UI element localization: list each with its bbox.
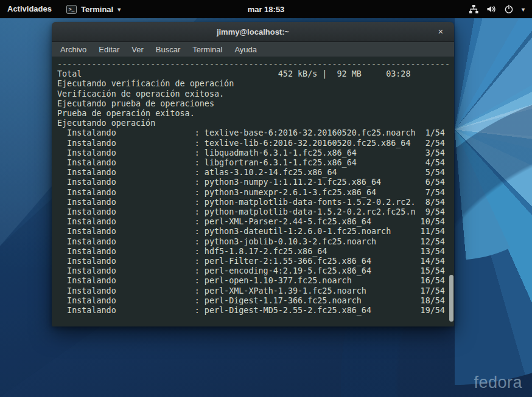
activities-button[interactable]: Actividades — [0, 0, 60, 18]
terminal-app-icon: >_ — [66, 5, 77, 14]
terminal-line: Instalando : perl-XML-XPath-1.39-1.fc25.… — [57, 286, 454, 296]
terminal-line: Ejecutando verificación de operación — [57, 79, 454, 89]
menu-item[interactable]: Ver — [125, 43, 150, 56]
terminal-line: Instalando : perl-XML-Parser-2.44-5.fc25… — [57, 217, 454, 227]
terminal-line: ----------------------------------------… — [57, 60, 454, 69]
window-title: jimmy@localhost:~ — [217, 27, 289, 36]
terminal-content[interactable]: ----------------------------------------… — [52, 57, 454, 326]
network-icon — [469, 4, 478, 14]
terminal-line: Instalando : perl-Digest-1.17-366.fc25.n… — [57, 296, 454, 306]
close-button[interactable]: × — [435, 26, 447, 38]
window-titlebar[interactable]: jimmy@localhost:~ × — [52, 22, 454, 42]
terminal-line: Instalando : perl-encoding-4:2.19-5.fc25… — [57, 266, 454, 276]
terminal-line: Instalando : python-matplotlib-data-font… — [57, 198, 454, 207]
terminal-line: Instalando : texlive-base-6:2016-32.2016… — [57, 128, 454, 138]
fedora-watermark: fedora — [474, 373, 522, 392]
app-menu-label: Terminal — [81, 5, 113, 14]
terminal-line: Instalando : atlas-3.10.2-14.fc25.x86_64… — [57, 168, 454, 178]
system-status-menu[interactable]: ▾ — [461, 0, 532, 18]
chevron-down-icon: ▾ — [117, 6, 121, 13]
menu-item[interactable]: Ayuda — [228, 43, 263, 56]
terminal-line: Instalando : python3-numexpr-2.6.1-3.fc2… — [57, 188, 454, 198]
terminal-line: Ejecutando prueba de operaciones — [57, 99, 454, 109]
menu-item[interactable]: Terminal — [186, 43, 228, 56]
terminal-line: Prueba de operación exitosa. — [57, 109, 454, 119]
terminal-line: Instalando : python3-dateutil-1:2.6.0-1.… — [57, 227, 454, 236]
terminal-lines: ----------------------------------------… — [57, 60, 454, 316]
app-menu-button[interactable]: >_ Terminal ▾ — [60, 0, 127, 18]
caret-down-icon: ▾ — [522, 6, 525, 13]
terminal-line: Instalando : perl-Digest-MD5-2.55-2.fc25… — [57, 306, 454, 316]
terminal-line: Instalando : perl-Filter-2:1.55-366.fc25… — [57, 257, 454, 266]
volume-icon — [486, 4, 496, 14]
terminal-line: Instalando : libquadmath-6.3.1-1.fc25.x8… — [57, 148, 454, 158]
menu-item[interactable]: Editar — [93, 43, 125, 56]
terminal-line: Instalando : python-matplotlib-data-1.5.… — [57, 207, 454, 217]
menu-item[interactable]: Buscar — [150, 43, 186, 56]
terminal-line: Instalando : python3-joblib-0.10.3-2.fc2… — [57, 237, 454, 247]
terminal-line: Verificación de operación exitosa. — [57, 89, 454, 99]
power-icon — [504, 4, 514, 14]
terminal-line: Instalando : python3-numpy-1:1.11.2-1.fc… — [57, 178, 454, 187]
terminal-window: jimmy@localhost:~ × ArchivoEditarVerBusc… — [52, 22, 454, 326]
menu-item[interactable]: Archivo — [54, 43, 93, 56]
menu-bar: ArchivoEditarVerBuscarTerminalAyuda — [52, 42, 454, 57]
top-bar: Actividades >_ Terminal ▾ mar 18:53 — [0, 0, 532, 18]
terminal-line: Instalando : perl-open-1.10-377.fc25.noa… — [57, 276, 454, 286]
terminal-line: Ejecutando operación — [57, 119, 454, 128]
terminal-line: Instalando : hdf5-1.8.17-2.fc25.x86_64 1… — [57, 247, 454, 257]
terminal-line: Instalando : libgfortran-6.3.1-1.fc25.x8… — [57, 158, 454, 168]
scrollbar-thumb[interactable] — [449, 275, 453, 322]
terminal-line: Total 452 kB/s | 92 MB 03:28 — [57, 69, 454, 79]
terminal-line: Instalando : texlive-lib-6:2016-32.20160… — [57, 139, 454, 148]
